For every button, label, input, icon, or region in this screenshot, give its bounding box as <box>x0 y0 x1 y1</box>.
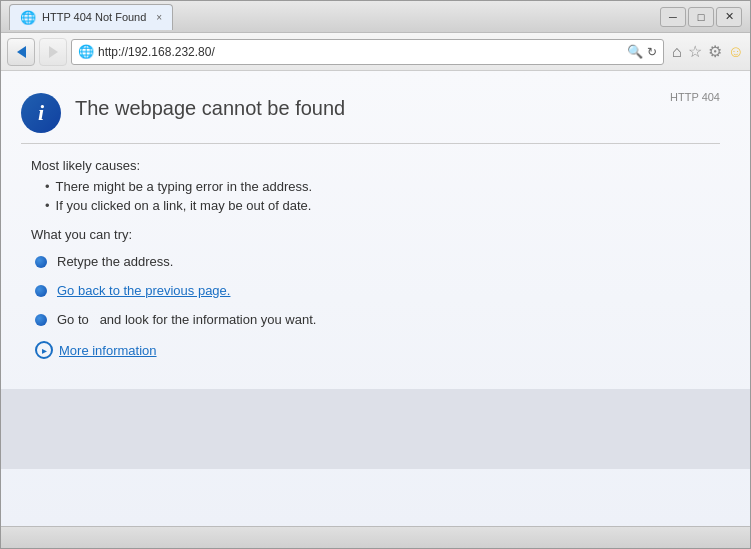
more-info-section: ▸ More information <box>35 341 720 359</box>
action-text-3: Go to and look for the information you w… <box>57 312 316 327</box>
page-icon: 🌐 <box>78 44 94 59</box>
error-header: i The webpage cannot be found HTTP 404 <box>21 91 720 144</box>
browser-window: 🌐 HTTP 404 Not Found × ─ □ ✕ 🌐 http://19… <box>0 0 751 549</box>
try-heading: What you can try: <box>31 227 720 242</box>
refresh-icon[interactable]: ↻ <box>647 45 657 59</box>
action-bullet-icon <box>35 314 47 326</box>
error-page: i The webpage cannot be found HTTP 404 M… <box>1 71 750 389</box>
address-text: http://192.168.232.80/ <box>98 45 623 59</box>
tab-strip: 🌐 HTTP 404 Not Found × <box>9 4 173 30</box>
more-info-icon: ▸ <box>35 341 53 359</box>
bullet-cause-1: There might be a typing error in the add… <box>56 179 313 194</box>
content-area: i The webpage cannot be found HTTP 404 M… <box>1 71 750 526</box>
back-arrow-icon <box>17 46 26 58</box>
http-404-label: HTTP 404 <box>670 91 720 103</box>
action-bullet-icon <box>35 285 47 297</box>
forward-arrow-icon <box>49 46 58 58</box>
home-icon[interactable]: ⌂ <box>672 43 682 61</box>
bottom-area <box>1 389 750 469</box>
search-icon[interactable]: 🔍 <box>627 44 643 59</box>
tab-close-button[interactable]: × <box>156 12 162 23</box>
error-body: Most likely causes: There might be a typ… <box>21 158 720 359</box>
smiley-icon[interactable]: ☺ <box>728 43 744 61</box>
action-item-3: Go to and look for the information you w… <box>35 312 720 327</box>
action-item-2: Go back to the previous page. <box>35 283 720 298</box>
go-back-link[interactable]: Go back to the previous page. <box>57 283 230 298</box>
window-controls: ─ □ ✕ <box>660 7 742 27</box>
action-bullet-icon <box>35 256 47 268</box>
action-text-1: Retype the address. <box>57 254 173 269</box>
minimize-button[interactable]: ─ <box>660 7 686 27</box>
address-bar[interactable]: 🌐 http://192.168.232.80/ 🔍 ↻ <box>71 39 664 65</box>
tab-icon: 🌐 <box>20 10 36 25</box>
info-icon: i <box>21 93 61 133</box>
favorites-icon[interactable]: ☆ <box>688 42 702 61</box>
tab-label: HTTP 404 Not Found <box>42 11 146 23</box>
likely-causes-list: There might be a typing error in the add… <box>45 179 720 213</box>
back-button[interactable] <box>7 38 35 66</box>
title-bar: 🌐 HTTP 404 Not Found × ─ □ ✕ <box>1 1 750 33</box>
settings-icon[interactable]: ⚙ <box>708 42 722 61</box>
status-bar <box>1 526 750 548</box>
error-title: The webpage cannot be found <box>75 91 345 120</box>
bullet-cause-2: If you clicked on a link, it may be out … <box>56 198 312 213</box>
toolbar-icons: ⌂ ☆ ⚙ ☺ <box>672 42 744 61</box>
more-info-link[interactable]: More information <box>59 343 157 358</box>
forward-button[interactable] <box>39 38 67 66</box>
likely-causes-heading: Most likely causes: <box>31 158 720 173</box>
list-item: There might be a typing error in the add… <box>45 179 720 194</box>
action-item-1: Retype the address. <box>35 254 720 269</box>
active-tab[interactable]: 🌐 HTTP 404 Not Found × <box>9 4 173 30</box>
list-item: If you clicked on a link, it may be out … <box>45 198 720 213</box>
navigation-bar: 🌐 http://192.168.232.80/ 🔍 ↻ ⌂ ☆ ⚙ ☺ <box>1 33 750 71</box>
maximize-button[interactable]: □ <box>688 7 714 27</box>
close-button[interactable]: ✕ <box>716 7 742 27</box>
